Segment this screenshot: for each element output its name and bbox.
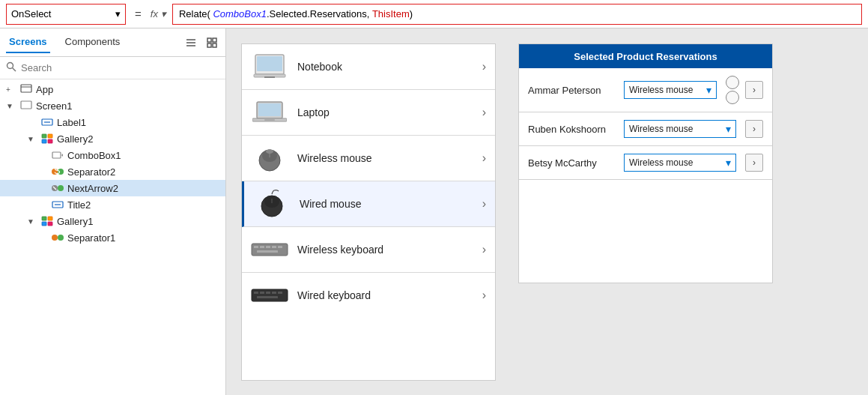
wired-mouse-icon — [253, 189, 291, 219]
tree-arrow-app: + — [6, 85, 16, 94]
tree-label-separator2: Separator2 — [67, 166, 115, 178]
tree-label-separator1: Separator1 — [67, 232, 115, 244]
product-item-notebook[interactable]: Notebook › — [242, 44, 495, 90]
res-combo-2[interactable]: Wireless mouse ▾ — [624, 120, 736, 138]
res-combo-1[interactable]: Wireless mouse ▾ — [624, 81, 717, 99]
tree-item-separator1[interactable]: Separator1 — [0, 229, 225, 246]
svg-rect-58 — [260, 292, 264, 294]
res-combo-arrow-2: ▾ — [726, 123, 731, 135]
tree-label-app: App — [36, 84, 53, 95]
res-nav-btn-1[interactable]: › — [745, 81, 763, 99]
tree-item-separator2[interactable]: S Separator2 — [0, 163, 225, 180]
fx-label: fx — [151, 8, 158, 19]
tree-item-label1[interactable]: Label1 — [0, 114, 225, 130]
tree-item-nextarrow2[interactable]: NextArrow2 — [0, 180, 225, 196]
wireless-keyboard-icon — [251, 235, 288, 265]
product-item-wireless-mouse[interactable]: Wireless mouse › — [242, 136, 495, 181]
svg-rect-50 — [254, 246, 258, 248]
gallery1-icon — [40, 215, 54, 227]
laptop-icon — [251, 97, 288, 127]
res-combo-3[interactable]: Wireless mouse ▾ — [624, 154, 736, 172]
svg-rect-39 — [258, 103, 281, 116]
grid-view-icon[interactable] — [204, 35, 219, 50]
product-name-wireless-keyboard: Wireless keyboard — [297, 244, 473, 256]
svg-rect-16 — [42, 139, 46, 143]
reservations-header: Selected Product Reservations — [519, 44, 772, 68]
product-arrow-wired-mouse: › — [482, 197, 486, 211]
property-value: OnSelect — [11, 8, 51, 19]
svg-marker-19 — [61, 154, 63, 157]
tree-label-nextarrow2: NextArrow2 — [67, 183, 118, 194]
tab-screens[interactable]: Screens — [6, 31, 50, 53]
product-arrow-wireless-keyboard: › — [482, 243, 486, 256]
product-item-laptop[interactable]: Laptop › — [242, 90, 495, 136]
tree-item-gallery2[interactable]: ▼ Gallery2 — [0, 130, 225, 147]
product-name-wired-keyboard: Wired keyboard — [297, 289, 473, 301]
formula-bar: OnSelect ▾ = fx ▾ Relate( ComboBox1 .Sel… — [0, 0, 868, 28]
property-selector[interactable]: OnSelect ▾ — [6, 4, 126, 25]
product-item-wired-mouse[interactable]: Wired mouse › — [242, 181, 495, 227]
svg-rect-29 — [48, 217, 52, 220]
svg-rect-17 — [48, 139, 52, 143]
svg-point-33 — [58, 235, 64, 241]
res-circle-top-1[interactable] — [726, 76, 739, 89]
search-icon — [6, 61, 16, 74]
res-name-1: Ammar Peterson — [528, 85, 618, 96]
tab-components[interactable]: Components — [62, 31, 124, 53]
search-input[interactable] — [21, 62, 219, 73]
search-box — [0, 57, 225, 79]
res-combo-text-2: Wireless mouse — [629, 124, 693, 134]
label-icon — [40, 116, 54, 128]
res-name-3: Betsy McCarthy — [528, 157, 618, 169]
main-layout: Screens Components — [0, 28, 868, 395]
tree-arrow-gallery2: ▼ — [27, 135, 37, 143]
tree-label-gallery2: Gallery2 — [57, 133, 93, 145]
tree-item-gallery1[interactable]: ▼ Gallery1 — [0, 213, 225, 229]
tree-item-combobox1[interactable]: ComboBox1 — [0, 147, 225, 163]
svg-rect-41 — [264, 119, 275, 121]
formula-arg2: ThisItem — [372, 8, 410, 19]
product-arrow-wired-keyboard: › — [482, 289, 486, 302]
tree-item-title2[interactable]: Title2 — [0, 196, 225, 213]
nextarrow2-icon — [51, 182, 64, 194]
svg-rect-15 — [48, 134, 52, 138]
tree-label-title2: Title2 — [67, 199, 91, 211]
res-combo-text-3: Wireless mouse — [629, 157, 693, 168]
res-circle-bot-1[interactable] — [726, 91, 739, 104]
list-view-icon[interactable] — [183, 35, 198, 50]
tree-item-screen1[interactable]: ▼ Screen1 — [0, 97, 225, 114]
svg-rect-5 — [207, 43, 211, 47]
svg-rect-4 — [213, 38, 216, 42]
res-nav-btn-3[interactable]: › — [745, 154, 763, 172]
app-icon — [19, 83, 33, 95]
title2-icon — [51, 199, 64, 211]
reservations-panel: Selected Product Reservations Ammar Pete… — [518, 43, 773, 283]
product-item-wired-keyboard[interactable]: Wired keyboard › — [242, 273, 495, 318]
res-nav-btn-2[interactable]: › — [745, 120, 763, 138]
svg-point-32 — [52, 235, 58, 241]
svg-rect-18 — [52, 152, 61, 158]
formula-arg1b: .Selected.Reservations, — [267, 8, 372, 19]
tree-item-app[interactable]: + App — [0, 81, 225, 97]
wired-keyboard-icon — [251, 280, 288, 310]
product-name-notebook: Notebook — [297, 61, 473, 73]
svg-point-45 — [266, 149, 273, 154]
res-combo-arrow-1: ▾ — [706, 84, 711, 96]
panel-tabs: Screens Components — [0, 28, 225, 57]
svg-rect-62 — [257, 296, 278, 298]
canvas-area: Notebook › Laptop › — [226, 28, 868, 395]
product-item-wireless-keyboard[interactable]: Wireless keyboard › — [242, 227, 495, 273]
property-dropdown-arrow: ▾ — [115, 8, 121, 19]
formula-input-box[interactable]: Relate( ComboBox1 .Selected.Reservations… — [172, 4, 862, 25]
combobox-icon — [51, 149, 64, 161]
svg-rect-60 — [272, 292, 276, 294]
svg-rect-3 — [207, 38, 211, 42]
svg-point-24 — [58, 185, 64, 191]
reservation-row-1: Ammar Peterson Wireless mouse ▾ › — [519, 68, 772, 112]
product-name-wireless-mouse: Wireless mouse — [297, 152, 473, 164]
svg-rect-6 — [213, 43, 216, 47]
product-name-wired-mouse: Wired mouse — [300, 198, 473, 210]
svg-rect-9 — [21, 85, 31, 92]
res-name-2: Ruben Kokshoorn — [528, 124, 618, 135]
svg-rect-59 — [266, 292, 270, 294]
